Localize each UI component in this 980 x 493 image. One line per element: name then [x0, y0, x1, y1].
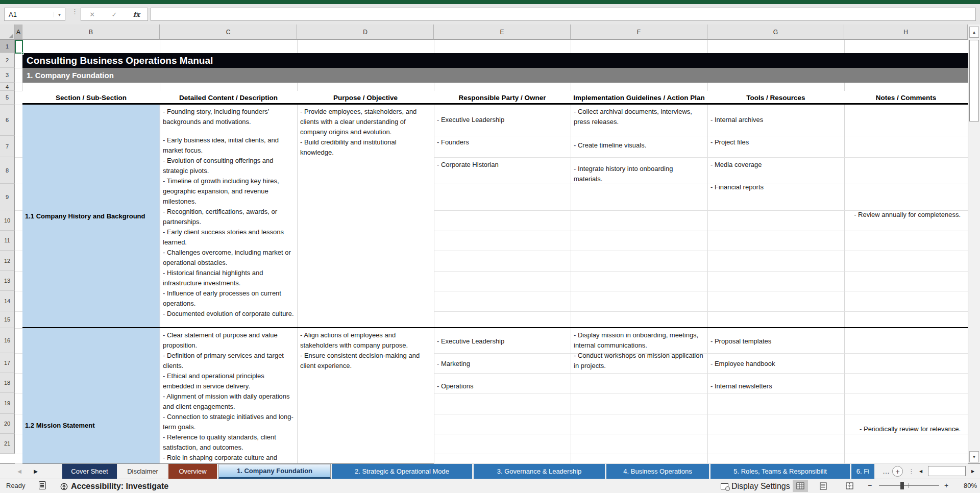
row-header-17[interactable]: 17 [0, 353, 15, 373]
vertical-scrollbar-thumb[interactable] [969, 40, 979, 121]
cell-notes-1-1[interactable]: - Review annually for completeness. [844, 210, 965, 220]
row-header-13[interactable]: 13 [0, 271, 15, 291]
cell-line: - Display mission in onboarding, meeting… [574, 330, 703, 351]
horizontal-scrollbar-thumb[interactable] [928, 466, 966, 476]
table-column-header[interactable]: Implementation Guidelines / Action Plan [571, 91, 707, 105]
macro-record-icon[interactable] [39, 481, 46, 489]
row-header-14[interactable]: 14 [0, 291, 15, 311]
table-column-header[interactable]: Responsible Party / Owner [434, 91, 571, 105]
cell-implementation-1-2[interactable]: - Display mission in onboarding, meeting… [574, 330, 703, 463]
sheet-tab-1-company-foundation[interactable]: 1. Company Foundation [218, 464, 331, 479]
cell-line: - Clear statement of purpose and value p… [163, 330, 294, 351]
row-header-2[interactable]: 2 [0, 53, 15, 68]
sheet-tab-2-strategic-operational-mode[interactable]: 2. Strategic & Operational Mode [332, 464, 473, 479]
column-header-H[interactable]: H [844, 24, 968, 40]
table-column-header[interactable]: Purpose / Objective [297, 91, 434, 105]
enter-check-icon[interactable]: ✓ [107, 11, 122, 18]
zoom-slider-track[interactable] [879, 485, 939, 486]
cell-line: - Evolution of consulting offerings and … [163, 156, 294, 176]
zoom-out-button[interactable]: − [868, 481, 872, 489]
scroll-down-button[interactable]: ▼ [969, 451, 979, 462]
sheet-tab-cover-sheet[interactable]: Cover Sheet [62, 464, 117, 479]
row-header-5[interactable]: 5 [0, 91, 15, 105]
new-sheet-button[interactable]: + [892, 466, 903, 477]
cell-line: - Executive Leadership [437, 336, 567, 347]
row-header-12[interactable]: 12 [0, 251, 15, 271]
tab-scroll-right-icon[interactable]: ▶ [29, 463, 43, 479]
row-header-6[interactable]: 6 [0, 105, 15, 136]
row-header-11[interactable]: 11 [0, 231, 15, 251]
cell-line: - Alignment of mission with daily operat… [163, 391, 294, 412]
row-header-1[interactable]: 1 [0, 40, 15, 53]
row-header-21[interactable]: 21 [0, 434, 15, 454]
row-header-8[interactable]: 8 [0, 157, 15, 184]
sheet-tab-disclaimer[interactable]: Disclaimer [118, 464, 167, 479]
select-all-button[interactable] [0, 24, 15, 40]
cell-purpose-1-2[interactable]: - Align actions of employees and stakeho… [300, 330, 430, 463]
sheet-tab-6-fi[interactable]: 6. Fi [851, 464, 875, 479]
cell-line: - Definition of primary services and tar… [163, 351, 294, 371]
row-header-16[interactable]: 16 [0, 328, 15, 353]
cell-section-1-2[interactable]: 1.2 Mission Statement [22, 328, 160, 463]
sheet-tab-3-governance-leadership[interactable]: 3. Governance & Leadership [474, 464, 605, 479]
table-column-header[interactable]: Notes / Comments [844, 91, 968, 105]
cell-section-1-1[interactable]: 1.1 Company History and Background [22, 105, 160, 327]
cell-line: - Internal archives [710, 115, 840, 125]
column-header-C[interactable]: C [160, 24, 297, 40]
name-box[interactable]: A1 ▾ [4, 8, 65, 21]
cell-owners-1-1[interactable]: - Executive Leadership- Founders- Corpor… [437, 107, 567, 328]
row-header-3[interactable]: 3 [0, 68, 15, 83]
row-header-4[interactable]: 4 [0, 83, 15, 91]
column-header-G[interactable]: G [707, 24, 844, 40]
row-header-18[interactable]: 18 [0, 373, 15, 393]
cell-line: - Internal newsletters [710, 381, 840, 391]
page-layout-view-button[interactable] [816, 480, 831, 492]
tab-scroll-left-icon[interactable]: ◀ [12, 463, 27, 479]
active-cell-selection[interactable] [15, 40, 23, 54]
table-column-header[interactable]: Tools / Resources [707, 91, 844, 105]
gridline [434, 463, 968, 464]
normal-view-button[interactable] [793, 480, 808, 492]
row-header-9[interactable]: 9 [0, 184, 15, 210]
column-header-E[interactable]: E [434, 24, 571, 40]
sheet-tab-4-business-operations[interactable]: 4. Business Operations [606, 464, 709, 479]
cell-tools-1-1[interactable]: - Internal archives- Project files- Medi… [710, 107, 840, 328]
more-tabs-ellipsis[interactable]: … [881, 463, 891, 479]
fill-handle[interactable] [21, 52, 24, 55]
page-break-view-button[interactable] [842, 480, 857, 492]
formula-input[interactable] [151, 8, 976, 21]
cell-line: - Founders [437, 137, 567, 147]
column-header-D[interactable]: D [297, 24, 434, 40]
column-header-F[interactable]: F [571, 24, 707, 40]
name-box-dropdown-icon[interactable]: ▾ [54, 12, 65, 17]
cancel-icon[interactable]: ✕ [85, 11, 100, 18]
cell-purpose-1-1[interactable]: - Provide employees, stakeholders, and c… [300, 107, 430, 328]
insert-function-icon[interactable]: fx [129, 11, 144, 18]
cell-tools-1-2[interactable]: - Proposal templates- Employee handbook-… [710, 330, 840, 463]
cell-content-1-1[interactable]: - Founding story, including founders' ba… [163, 107, 294, 328]
cell-owners-1-2[interactable]: - Executive Leadership- Marketing- Opera… [437, 330, 567, 463]
zoom-slider-thumb[interactable] [900, 482, 904, 489]
zoom-in-button[interactable]: + [944, 481, 948, 489]
row-header-20[interactable]: 20 [0, 414, 15, 434]
cell-content-1-2[interactable]: - Clear statement of purpose and value p… [163, 330, 294, 463]
scroll-up-button[interactable]: ▲ [969, 27, 979, 38]
cell-line: - Media coverage [710, 160, 840, 170]
display-settings-button[interactable]: Display Settings [721, 482, 790, 491]
row-header-7[interactable]: 7 [0, 136, 15, 157]
column-header-A[interactable]: A [15, 24, 22, 40]
table-column-header[interactable]: Detailed Content / Description [160, 91, 297, 105]
cell-notes-1-2[interactable]: - Periodically review for relevance. [844, 424, 965, 434]
row-header-10[interactable]: 10 [0, 210, 15, 231]
accessibility-status[interactable]: Accessibility: Investigate [60, 482, 168, 491]
hscroll-right-button[interactable]: ▶ [968, 466, 978, 477]
row-header-15[interactable]: 15 [0, 311, 15, 328]
zoom-level-label[interactable]: 80% [955, 482, 977, 489]
row-header-19[interactable]: 19 [0, 393, 15, 414]
hscroll-left-button[interactable]: ◀ [916, 466, 926, 477]
column-header-B[interactable]: B [22, 24, 160, 40]
table-column-header[interactable]: Section / Sub-Section [22, 91, 160, 105]
sheet-tab-overview[interactable]: Overview [168, 464, 217, 479]
cell-implementation-1-1[interactable]: - Collect archival documents, interviews… [574, 107, 703, 328]
sheet-tab-5-roles-teams-responsibilit[interactable]: 5. Roles, Teams & Responsibilit [710, 464, 850, 479]
